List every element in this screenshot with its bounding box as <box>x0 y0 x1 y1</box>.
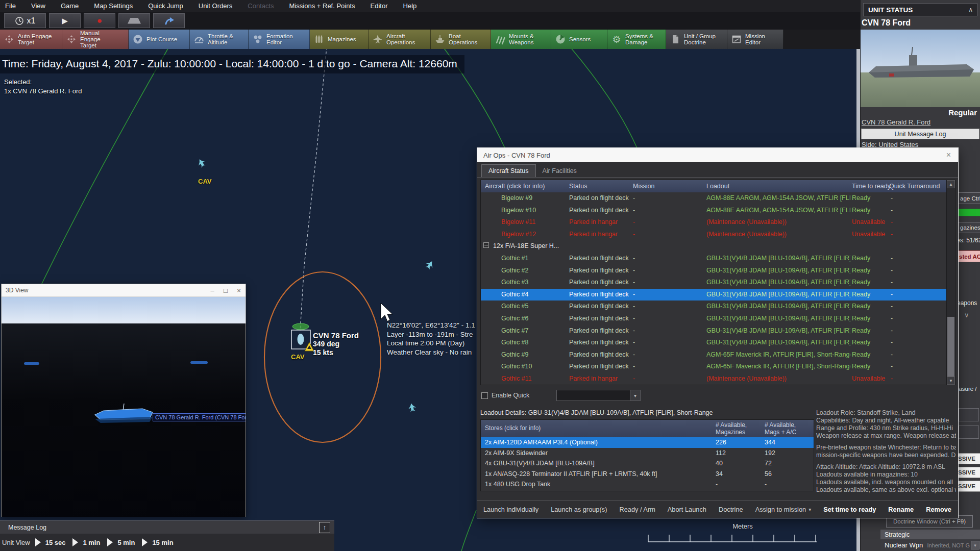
col-aircraft[interactable]: Aircraft (click for info) <box>485 183 545 190</box>
menu-item[interactable]: Editor <box>371 2 388 10</box>
dialog-titlebar[interactable]: Air Ops - CVN 78 Ford × <box>477 148 958 162</box>
scrollbar-thumb[interactable] <box>947 317 954 377</box>
play-button[interactable]: ▶ <box>49 13 81 28</box>
airops-action-button[interactable]: Assign to mission ▾ <box>755 506 812 513</box>
airops-action-button[interactable]: Set time to ready <box>823 506 876 513</box>
aircraft-row[interactable]: 12x F/A-18E Super H... <box>481 240 955 253</box>
tab-air-facilities[interactable]: Air Facilities <box>536 165 583 177</box>
aircraft-contact-icon[interactable] <box>424 259 435 270</box>
menu-item[interactable]: Unit Orders <box>199 2 232 10</box>
col-stores[interactable]: Stores (click for info) <box>485 424 541 432</box>
mission-editor-button[interactable]: Mission Editor <box>727 30 783 49</box>
systems-damage-button[interactable]: ⚙ Systems & Damage <box>607 30 666 49</box>
menu-item[interactable]: Map Settings <box>94 2 133 10</box>
aircraft-row[interactable]: Bigelow #9 Parked on flight deck - AGM-8… <box>481 192 955 205</box>
aircraft-row[interactable]: Bigelow #10 Parked on flight deck - AGM-… <box>481 205 955 217</box>
tab-aircraft-status[interactable]: Aircraft Status <box>481 164 536 177</box>
aircraft-contact-icon[interactable] <box>407 403 416 412</box>
scroll-down-icon[interactable]: ▼ <box>947 377 955 385</box>
aircraft-row[interactable]: Gothic #11 Parked in hangar - (Maintenan… <box>481 373 955 385</box>
aircraft-row[interactable]: Gothic #1 Parked on flight deck - GBU-31… <box>481 253 955 265</box>
col-time-to-ready[interactable]: Time to ready <box>852 183 891 190</box>
expand-log-button[interactable]: ↑ <box>319 522 330 533</box>
unit-group-doctrine-button[interactable]: Unit / Group Doctrine <box>666 30 727 49</box>
col-status[interactable]: Status <box>569 183 587 190</box>
menu-item[interactable]: View <box>31 2 45 10</box>
collapse-icon[interactable]: ∧ <box>968 6 973 13</box>
emcon-passive-button[interactable]: SSIVE <box>955 467 980 478</box>
record-button[interactable]: ● <box>84 13 115 28</box>
throttle-altitude-button[interactable]: Throttle & Altitude <box>190 30 249 49</box>
3d-scene[interactable]: CVN 78 Gerald R. Ford (CVN 78 Ford) <box>2 297 246 517</box>
manual-engage-target-button[interactable]: Manual Engage Target <box>62 30 129 49</box>
magazines-button[interactable]: Magazines <box>310 30 369 49</box>
unit-message-log-button[interactable]: Unit Message Log <box>861 129 979 139</box>
emcon-passive-button[interactable]: SSIVE <box>955 481 980 492</box>
store-row[interactable]: 1x 480 USG Drop Tank - - <box>481 479 814 490</box>
jump-button[interactable] <box>153 13 185 28</box>
sidebar-control-fragment[interactable] <box>959 408 979 421</box>
damage-ctrl-button[interactable]: age Ctrl <box>958 192 980 204</box>
scroll-up-icon[interactable]: ▲ <box>947 180 955 188</box>
time-interval-button[interactable]: 5 min <box>107 538 135 546</box>
col-available-mags-ac[interactable]: # Available, Mags + A/C <box>765 421 811 436</box>
time-step-button[interactable] <box>118 13 150 28</box>
menu-item[interactable]: File <box>5 2 16 10</box>
table-scrollbar[interactable]: ▲ ▼ <box>946 180 955 385</box>
minimize-icon[interactable]: – <box>206 287 219 294</box>
unit-status-header[interactable]: UNIT STATUS ∧ <box>863 3 977 16</box>
group-expander-icon[interactable] <box>483 242 489 248</box>
aircraft-row[interactable]: Gothic #5 Parked on flight deck - GBU-31… <box>481 300 955 313</box>
aircraft-row[interactable]: Gothic #6 Parked on flight deck - GBU-31… <box>481 313 955 325</box>
aircraft-row[interactable]: Gothic #8 Parked on flight deck - GBU-31… <box>481 337 955 349</box>
menu-item[interactable]: Contacts <box>248 2 274 10</box>
airops-action-button[interactable]: Remove <box>926 506 951 513</box>
mounts-weapons-button[interactable]: Mounts & Weapons <box>491 30 551 49</box>
airops-action-button[interactable]: Rename <box>888 506 914 513</box>
unit-database-link[interactable]: CVN 78 Gerald R. Ford <box>862 118 930 126</box>
menu-item[interactable]: Missions + Ref. Points <box>289 2 355 10</box>
col-loadout[interactable]: Loadout <box>706 183 729 190</box>
hosted-ac-button[interactable]: sted AC <box>957 251 980 262</box>
airops-action-button[interactable]: Launch individually <box>483 506 538 513</box>
aircraft-row[interactable]: Gothic #10 Parked on flight deck - AGM-6… <box>481 361 955 373</box>
maximize-icon[interactable]: □ <box>219 287 232 294</box>
aircraft-row[interactable]: Gothic #9 Parked on flight deck - AGM-65… <box>481 349 955 361</box>
quick-turnaround-select[interactable]: ▾ <box>556 390 641 401</box>
menu-item[interactable]: Game <box>61 2 79 10</box>
boat-operations-button[interactable]: Boat Operations <box>431 30 491 49</box>
store-row[interactable]: 4x GBU-31(V)4/B JDAM [BLU-109A/B] 40 72 <box>481 458 814 469</box>
menu-item[interactable]: Quick Jump <box>148 2 183 10</box>
nuclear-wpn-dropdown[interactable]: ▾ <box>971 541 979 549</box>
aircraft-row[interactable]: Gothic #7 Parked on flight deck - GBU-31… <box>481 325 955 337</box>
aircraft-operations-button[interactable]: Aircraft Operations <box>369 30 431 49</box>
time-interval-button[interactable]: 15 sec <box>35 538 66 546</box>
airops-action-button[interactable]: Launch as group(s) <box>551 506 607 513</box>
store-row[interactable]: 1x AN/ASQ-228 Terminator II ATFLIR [FLIR… <box>481 469 814 480</box>
close-icon[interactable]: × <box>946 151 951 160</box>
time-interval-button[interactable]: 1 min <box>72 538 100 546</box>
col-mission[interactable]: Mission <box>633 183 654 190</box>
formation-editor-button[interactable]: Formation Editor <box>249 30 310 49</box>
chevron-down-icon[interactable]: ∨ <box>964 311 969 319</box>
store-row[interactable]: 2x AIM-9X Sidewinder 112 192 <box>481 448 814 459</box>
airops-action-button[interactable]: Doctrine <box>719 506 743 513</box>
col-quick-turnaround[interactable]: Quick Turnaround <box>889 183 940 190</box>
time-compression-button[interactable]: x1 <box>4 13 46 28</box>
sensors-button[interactable]: Sensors <box>551 30 607 49</box>
aircraft-row[interactable]: Bigelow #11 Parked in hangar - (Maintena… <box>481 216 955 229</box>
time-interval-button[interactable]: 15 min <box>142 538 173 546</box>
aircraft-contact-icon[interactable] <box>196 157 207 168</box>
col-available-magazines[interactable]: # Available, Magazines <box>716 421 760 436</box>
close-icon[interactable]: × <box>232 287 246 294</box>
enable-quick-checkbox[interactable] <box>481 392 488 399</box>
menu-item[interactable]: Help <box>403 2 417 10</box>
emcon-passive-button[interactable]: SSIVE <box>955 453 980 464</box>
magazines-sidebar-button[interactable]: gazines <box>958 222 980 233</box>
aircraft-row[interactable]: Bigelow #12 Parked in hangar - (Maintena… <box>481 229 955 241</box>
carrier-symbol[interactable] <box>298 334 304 345</box>
store-row[interactable]: 2x AIM-120D AMRAAM P3I.4 (Optional) 226 … <box>481 437 814 448</box>
3d-view-titlebar[interactable]: 3D View – □ × <box>2 284 246 297</box>
auto-engage-target-button[interactable]: Auto Engage Target <box>0 30 62 49</box>
airops-action-button[interactable]: Abort Launch <box>668 506 706 513</box>
